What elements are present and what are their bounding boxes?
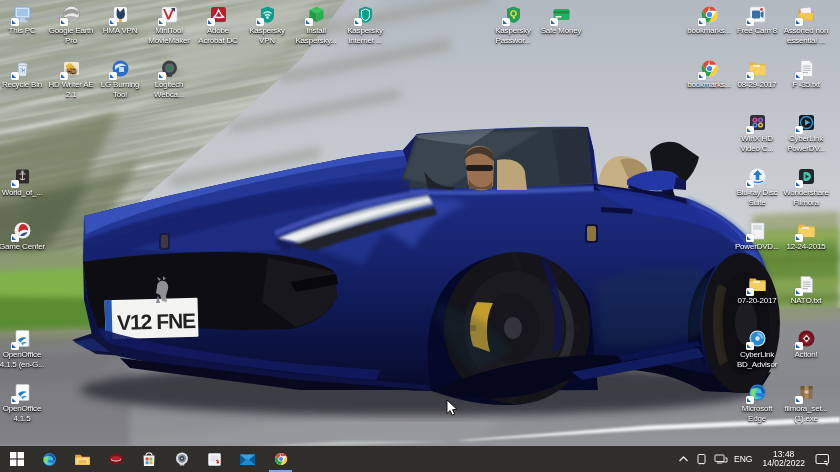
svg-text:V12 FNE: V12 FNE [117, 309, 197, 334]
